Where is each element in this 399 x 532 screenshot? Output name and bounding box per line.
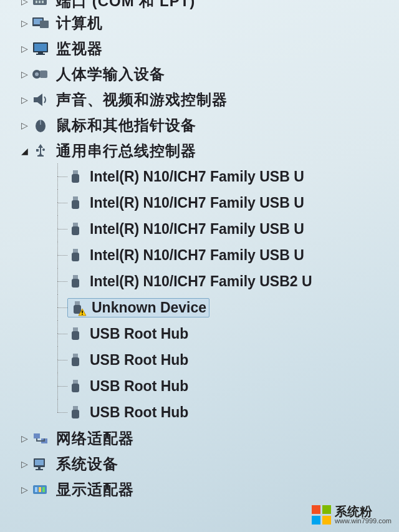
tree-label: 计算机 [56, 13, 103, 33]
svg-rect-35 [72, 357, 79, 366]
svg-rect-40 [34, 433, 40, 438]
tree-label: 声音、视频和游戏控制器 [56, 90, 228, 110]
expander-icon[interactable]: ▷ [19, 485, 30, 495]
svg-rect-18 [73, 170, 78, 174]
svg-rect-33 [72, 331, 79, 340]
tree-item-usb-root-hub[interactable]: USB Root Hub [67, 373, 399, 399]
tree-item-usb-device[interactable]: Intel(R) N10/ICH7 Family USB U [67, 163, 399, 190]
sound-icon [30, 92, 51, 108]
device-label: USB Root Hub [90, 326, 188, 342]
tree-item-usb-root-hub[interactable]: USB Root Hub [67, 321, 399, 347]
svg-rect-25 [72, 253, 79, 261]
svg-rect-30 [82, 311, 83, 313]
svg-rect-17 [36, 149, 39, 152]
tree-item-mouse[interactable]: ▷ 鼠标和其他指针设备 [0, 112, 399, 138]
port-icon [30, 0, 51, 9]
tree-item-sound[interactable]: ▷ 声音、视频和游戏控制器 [0, 87, 399, 112]
expander-icon[interactable]: ▷ [19, 0, 30, 6]
svg-rect-9 [38, 52, 43, 54]
svg-point-13 [35, 72, 39, 76]
device-label: Intel(R) N10/ICH7 Family USB U [90, 195, 304, 211]
expander-icon[interactable]: ▷ [19, 459, 30, 469]
tree-label: 系统设备 [56, 454, 118, 474]
device-label: Intel(R) N10/ICH7 Family USB U [90, 247, 304, 264]
usb-plug-icon [67, 195, 84, 211]
watermark-title: 系统粉 [335, 505, 392, 518]
svg-rect-47 [35, 487, 37, 492]
svg-rect-22 [73, 223, 78, 226]
tree-item-usb-device[interactable]: Intel(R) N10/ICH7 Family USB U [67, 242, 399, 268]
svg-rect-6 [40, 21, 49, 28]
tree-item-hid[interactable]: ▷ 人体学输入设备 [0, 61, 399, 87]
tree-label: 监视器 [56, 39, 103, 59]
expander-icon[interactable]: ▷ [19, 18, 30, 28]
device-label: USB Root Hub [90, 352, 188, 369]
tree-item-usb-device[interactable]: Intel(R) N10/ICH7 Family USB2 U [67, 268, 399, 294]
tree-item-monitor[interactable]: ▷ 监视器 [0, 36, 399, 61]
svg-rect-34 [73, 354, 78, 357]
tree-item-usb-device[interactable]: Intel(R) N10/ICH7 Family USB U [67, 216, 399, 242]
expander-icon[interactable]: ▷ [19, 69, 30, 79]
tree-label: 显示适配器 [56, 480, 134, 500]
usb-children: Intel(R) N10/ICH7 Family USB U Intel(R) … [67, 163, 399, 425]
svg-rect-26 [73, 275, 78, 279]
svg-rect-36 [73, 380, 78, 384]
tree-item-usb-controllers[interactable]: ◢ 通用串行总线控制器 [0, 138, 399, 163]
tree-item-usb-root-hub[interactable]: USB Root Hub [67, 347, 399, 373]
usb-plug-icon [67, 326, 84, 342]
tree-item-network[interactable]: ▷ 网络适配器 [0, 425, 399, 451]
svg-rect-21 [72, 200, 79, 209]
monitor-icon [30, 41, 51, 57]
usb-icon [30, 143, 51, 159]
usb-plug-icon [67, 273, 84, 289]
device-label: Intel(R) N10/ICH7 Family USB U [90, 168, 304, 185]
svg-rect-31 [82, 314, 83, 315]
tree-label: 通用串行总线控制器 [56, 141, 196, 161]
display-icon [30, 481, 51, 498]
svg-point-16 [42, 148, 45, 151]
tree-item-system[interactable]: ▷ 系统设备 [0, 451, 399, 476]
svg-rect-37 [72, 384, 79, 392]
tree-item-computer[interactable]: ▷ 计算机 [0, 10, 399, 36]
svg-rect-20 [73, 196, 78, 200]
svg-rect-23 [72, 226, 79, 235]
tree-item-display[interactable]: ▷ 显示适配器 [0, 476, 399, 502]
usb-plug-icon [67, 404, 84, 420]
tree-item-usb-device[interactable]: Intel(R) N10/ICH7 Family USB U [67, 190, 399, 216]
expander-icon[interactable]: ▷ [19, 120, 30, 130]
svg-rect-28 [75, 301, 80, 305]
tree-label: 网络适配器 [56, 428, 134, 448]
svg-rect-12 [40, 70, 47, 78]
hid-icon [30, 66, 51, 82]
device-manager-tree: ▷ 端口 (COM 和 LPT) ▷ 计算机 ▷ 监视器 ▷ 人体学输入设备 ▷ [0, 0, 399, 502]
computer-icon [30, 15, 51, 31]
mouse-icon [30, 117, 51, 133]
svg-rect-24 [73, 249, 78, 253]
usb-plug-icon [67, 221, 84, 237]
svg-rect-8 [34, 44, 47, 51]
tree-item-unknown-device[interactable]: Unknown Device [67, 294, 399, 321]
usb-plug-icon [67, 378, 84, 394]
network-icon [30, 430, 51, 447]
expander-icon[interactable]: ◢ [19, 146, 30, 156]
ms-logo-icon [312, 505, 331, 525]
tree-item-ports[interactable]: ▷ 端口 (COM 和 LPT) [0, 0, 399, 10]
expander-icon[interactable]: ▷ [19, 433, 30, 443]
svg-rect-27 [72, 279, 79, 288]
tree-label: 人体学输入设备 [56, 64, 165, 84]
usb-plug-icon [67, 168, 84, 185]
usb-plug-warning-icon [69, 299, 85, 316]
svg-rect-43 [35, 460, 44, 465]
svg-rect-49 [42, 487, 45, 492]
expander-icon[interactable]: ▷ [19, 44, 30, 54]
watermark-url: www.win7999.com [335, 518, 392, 525]
svg-rect-3 [42, 1, 44, 3]
svg-rect-2 [39, 1, 41, 3]
svg-rect-44 [38, 467, 41, 469]
device-label: Intel(R) N10/ICH7 Family USB U [90, 221, 304, 238]
svg-rect-1 [36, 1, 37, 3]
tree-item-usb-root-hub[interactable]: USB Root Hub [67, 399, 399, 425]
expander-icon[interactable]: ▷ [19, 95, 30, 105]
svg-rect-32 [73, 327, 78, 331]
usb-plug-icon [67, 352, 84, 368]
